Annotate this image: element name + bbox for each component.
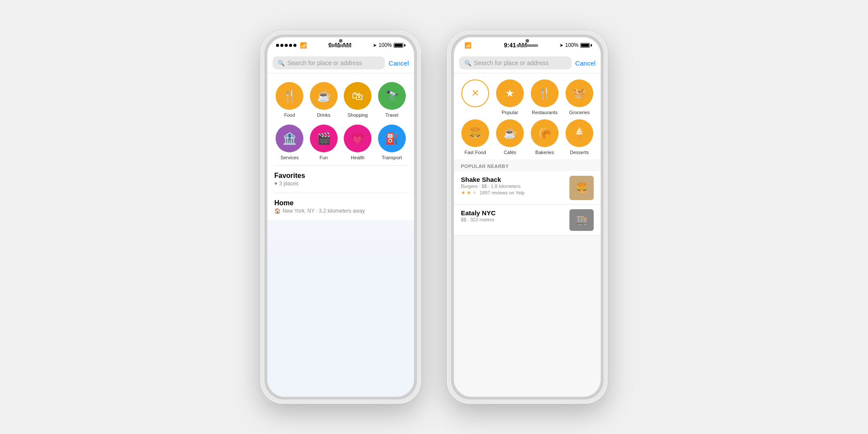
star-1: ★ [461,190,466,196]
cancel-button-2[interactable]: Cancel [575,59,595,67]
favorites-count: 3 places [279,181,299,187]
category-food[interactable]: 🍴 Food [274,82,305,118]
status-right: ➤ 100% [373,42,405,48]
speaker-2 [516,44,538,47]
categories-section-2: ✕ ★ Popular 🍴 Restaurants 🧺 [454,73,601,159]
health-label: Health [351,155,365,160]
phone-1: 📶 9:41 AM ➤ 100% 🔍 [260,30,421,404]
category-transport[interactable]: ⛽ Transport [377,125,408,160]
search-bar-1[interactable]: 🔍 Search for place or address [273,56,385,69]
content-area-2: ✕ ★ Popular 🍴 Restaurants 🧺 [454,73,601,397]
cancel-circle-icon: ✕ [461,79,489,107]
battery-body [394,43,403,48]
search-container-1: 🔍 Search for place or address Cancel [267,53,414,73]
transport-label: Transport [381,155,402,160]
shopping-icon: 🛍 [344,82,372,110]
search-icon-2: 🔍 [464,60,471,66]
category-cafes[interactable]: ☕ Cafés [494,119,526,155]
food-icon: 🍴 [276,82,303,110]
shopping-label: Shopping [348,112,368,118]
category-fastfood[interactable]: 🍔 Fast Food [459,119,491,155]
fun-icon: 🎬 [310,125,338,152]
home-icon: 🏠 [274,208,281,214]
front-camera-2 [526,39,529,43]
location-icon-2: ➤ [559,43,563,48]
shake-shack-info: Shake Shack Burgers · $$ · 1.8 kilometer… [461,176,565,196]
signal-dot [285,44,288,47]
nearby-item-eataly[interactable]: Eataly NYC $$ · 322 meters 🏬 [454,205,601,236]
favorites-section[interactable]: Favorites ♥ 3 places [267,166,414,193]
home-sub: 🏠 New York, NY · 3.2 kilometers away [274,208,407,214]
wifi-icon-2: 📶 [464,42,471,49]
category-drinks[interactable]: ☕ Drinks [309,82,339,118]
fastfood-icon: 🍔 [461,119,489,147]
desserts-icon: 🍦 [566,119,593,147]
drinks-label: Drinks [317,112,330,118]
health-icon: 💗 [344,125,372,152]
search-placeholder-1: Search for place or address [287,59,362,66]
category-travel[interactable]: 🔭 Travel [377,82,408,118]
speaker [330,44,352,47]
category-shopping[interactable]: 🛍 Shopping [342,82,373,118]
home-title: Home [274,199,407,207]
favorites-sub: ♥ 3 places [274,181,407,187]
content-area-1: 🍴 Food ☕ Drinks 🛍 Shopping 🔭 [267,73,414,397]
fun-label: Fun [319,155,328,160]
category-fun[interactable]: 🎬 Fun [309,125,339,160]
favorites-title: Favorites [274,172,407,180]
cafes-icon: ☕ [496,119,524,147]
wifi-icon: 📶 [300,42,307,49]
front-camera [339,39,342,43]
signal-dot [280,44,283,47]
search-icon: 🔍 [278,60,285,66]
services-label: Services [280,155,299,160]
category-restaurants[interactable]: 🍴 Restaurants [529,79,561,115]
battery-fill [395,44,402,47]
category-popular[interactable]: ★ Popular [494,79,526,115]
restaurants-icon: 🍴 [531,79,559,107]
popular-icon: ★ [496,79,524,107]
battery-icon [394,43,405,48]
battery-percent-2: 100% [565,42,579,48]
cancel-button-1[interactable]: Cancel [388,59,409,67]
cats-row1: ✕ ★ Popular 🍴 Restaurants 🧺 [459,79,595,115]
category-groceries[interactable]: 🧺 Groceries [563,79,595,115]
services-icon: 🏦 [276,125,303,152]
battery-percent: 100% [378,42,392,48]
battery-tip-2 [591,44,592,46]
favorites-icon: ♥ [274,181,277,187]
category-health[interactable]: 💗 Health [342,125,373,160]
transport-icon: ⛽ [378,125,406,152]
cafes-label: Cafés [504,150,516,155]
drinks-icon: ☕ [310,82,338,110]
status-left: 📶 [276,42,307,49]
home-address: New York, NY · 3.2 kilometers away [283,208,365,214]
cats-row2: 🍔 Fast Food ☕ Cafés 🥐 Bakeries 🍦 [459,119,595,155]
home-section[interactable]: Home 🏠 New York, NY · 3.2 kilometers awa… [267,193,414,220]
bakeries-label: Bakeries [536,150,554,155]
eataly-details: $$ · 322 meters [461,217,565,222]
category-desserts[interactable]: 🍦 Desserts [563,119,595,155]
battery-body-2 [580,43,590,48]
category-services[interactable]: 🏦 Services [274,125,305,160]
battery-icon-2 [580,43,592,48]
shake-shack-stars: ★ ★ ★ 1897 reviews on Yelp [461,190,565,196]
battery-fill-2 [581,44,589,47]
groceries-icon: 🧺 [566,79,593,107]
food-label: Food [284,112,295,118]
status-left-2: 📶 [463,42,471,49]
popular-label: Popular [502,110,518,115]
travel-label: Travel [385,112,398,118]
category-cancel[interactable]: ✕ [459,79,491,115]
search-container-2: 🔍 Search for place or address Cancel [454,53,601,73]
shake-shack-details: Burgers · $$ · 1.8 kilometers [461,184,565,189]
nearby-item-shake-shack[interactable]: Shake Shack Burgers · $$ · 1.8 kilometer… [454,171,601,205]
nearby-header: POPULAR NEARBY [454,159,601,171]
search-bar-2[interactable]: 🔍 Search for place or address [459,56,572,69]
eataly-thumb: 🏬 [569,209,594,231]
desserts-label: Desserts [570,150,589,155]
category-bakeries[interactable]: 🥐 Bakeries [529,119,561,155]
eataly-name: Eataly NYC [461,209,565,217]
categories-section: 🍴 Food ☕ Drinks 🛍 Shopping 🔭 [267,73,414,165]
battery-tip [404,44,405,46]
